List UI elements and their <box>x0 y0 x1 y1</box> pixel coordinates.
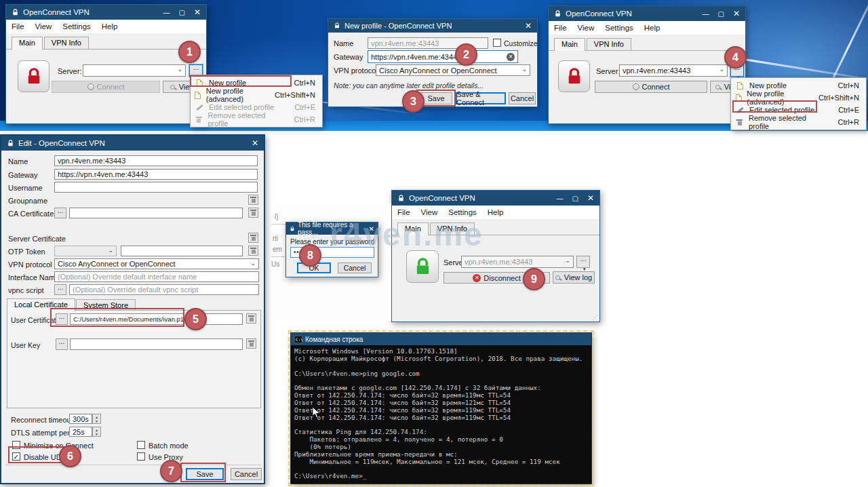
cancel-button[interactable]: Cancel <box>509 92 536 104</box>
background-line-fragment <box>271 256 285 257</box>
use-proxy-checkbox[interactable] <box>137 452 145 461</box>
menu-settings[interactable]: Settings <box>599 24 639 32</box>
menu-view[interactable]: View <box>416 208 443 216</box>
maximize-button[interactable]: ▢ <box>717 10 724 18</box>
tab-local-certificate[interactable]: Local Certificate <box>7 298 75 311</box>
gateway-field[interactable]: https://vpn.r4ven.me:43443 ✕ <box>368 50 518 63</box>
clear-server-cert-button[interactable] <box>248 233 258 243</box>
step-badge-6: 6 <box>59 445 81 467</box>
clear-otp-button[interactable] <box>248 246 258 256</box>
user-cert-password-field[interactable] <box>205 313 243 325</box>
trash-icon <box>251 197 256 203</box>
interface-name-field[interactable]: (Optional) Override default interface na… <box>54 271 259 282</box>
protocol-combobox[interactable]: Cisco AnyConnect or OpenConnect <box>376 64 530 76</box>
menu-view[interactable]: View <box>572 24 600 32</box>
otp-type-combobox[interactable] <box>54 246 117 256</box>
tab-vpn-info[interactable]: VPN Info <box>44 37 89 50</box>
clear-field-icon[interactable]: ✕ <box>507 53 515 61</box>
menu-settings[interactable]: Settings <box>443 208 482 216</box>
protocol-combobox[interactable]: Cisco AnyConnect or OpenConnect <box>54 258 259 269</box>
menu-item-new-profile-advanced[interactable]: New profile (advanced) Ctrl+Shift+N <box>191 89 322 101</box>
clear-user-key-button[interactable] <box>246 338 256 349</box>
view-log-button[interactable]: View log <box>553 271 595 284</box>
vpnc-script-field[interactable]: (Optional) Override default vpnc script <box>69 284 259 295</box>
resize-grip[interactable]: ⋰ <box>592 315 597 321</box>
browse-ca-cert-button[interactable]: ... <box>54 208 66 218</box>
save-button[interactable]: Save <box>186 468 224 480</box>
ca-certificate-field[interactable] <box>69 208 243 218</box>
menu-item-new-profile-advanced[interactable]: New profile (advanced) Ctrl+Shift+N <box>731 92 866 104</box>
customize-checkbox[interactable] <box>493 39 501 47</box>
dtls-period-field[interactable]: 25s <box>69 427 92 437</box>
save-and-connect-button[interactable]: Save & Connect <box>456 92 506 104</box>
menu-view[interactable]: View <box>30 22 58 31</box>
menu-shortcut: Ctrl+N <box>823 81 859 90</box>
minimize-on-connect-checkbox[interactable] <box>12 441 20 449</box>
gateway-field[interactable]: https://vpn.r4ven.me:43443 <box>54 169 258 180</box>
batch-mode-checkbox[interactable] <box>137 441 145 449</box>
menu-help[interactable]: Help <box>96 22 123 31</box>
profile-context-menu-2: New profile Ctrl+N New profile (advanced… <box>730 77 867 130</box>
minimize-button[interactable]: — <box>702 10 709 18</box>
server-combobox[interactable]: vpn.r4ven.me:43443 <box>461 256 574 268</box>
cancel-button[interactable]: Cancel <box>338 262 372 273</box>
tab-main[interactable]: Main <box>12 37 43 50</box>
close-button[interactable]: ✕ <box>587 193 594 203</box>
menu-help[interactable]: Help <box>639 24 666 32</box>
otp-token-field[interactable] <box>121 246 243 256</box>
trash-icon <box>249 315 254 322</box>
menu-file[interactable]: File <box>549 24 572 32</box>
minimize-button[interactable]: — <box>163 9 170 16</box>
menu-item-remove-profile[interactable]: Remove selected profile Ctrl+R <box>191 113 322 125</box>
save-button[interactable]: Save <box>420 92 452 104</box>
clear-groupname-button[interactable] <box>248 195 258 205</box>
name-field[interactable]: vpn.r4ven.me:43443 <box>54 155 258 166</box>
tab-vpn-info[interactable]: VPN Info <box>430 222 475 235</box>
menu-file[interactable]: File <box>6 22 30 31</box>
disconnect-label: Disconnect <box>484 274 520 282</box>
connect-button[interactable]: Connect <box>52 81 160 93</box>
username-label: Username <box>8 184 43 192</box>
clear-ca-cert-button[interactable] <box>248 208 258 218</box>
menu-file[interactable]: File <box>392 208 416 216</box>
terminal-line: (c) Корпорация Майкрософт (Microsoft Cor… <box>294 355 588 363</box>
window-title: Edit - OpenConnect VPN <box>18 139 105 147</box>
interface-name-label: Interface Name <box>8 273 59 281</box>
server-combobox[interactable]: vpn.r4ven.me:43443 <box>619 64 728 77</box>
user-key-field[interactable] <box>70 338 243 350</box>
maximize-button[interactable]: ▢ <box>178 9 184 16</box>
clear-user-cert-button[interactable] <box>246 313 256 324</box>
dtls-spinner[interactable]: ▲▼ <box>92 427 101 437</box>
terminal-output[interactable]: Microsoft Windows [Version 10.0.17763.15… <box>291 345 591 484</box>
close-button[interactable]: ✕ <box>525 21 532 31</box>
close-button[interactable]: ✕ <box>252 138 258 148</box>
tab-main[interactable]: Main <box>554 38 585 51</box>
tab-main[interactable]: Main <box>397 222 429 235</box>
cancel-button[interactable]: Cancel <box>231 468 262 480</box>
reconnect-spinner[interactable]: ▲▼ <box>92 414 101 424</box>
vpn-status-tile <box>406 250 439 283</box>
close-button[interactable]: ✕ <box>194 7 201 17</box>
close-button[interactable]: ✕ <box>369 225 374 233</box>
server-combobox[interactable] <box>83 64 186 77</box>
trash-icon <box>251 235 256 241</box>
browse-vpnc-button[interactable]: ... <box>54 284 66 295</box>
close-button[interactable]: ✕ <box>733 9 740 18</box>
reconnect-timeout-field[interactable]: 300s <box>69 414 92 424</box>
browse-user-key-button[interactable]: ... <box>56 338 68 350</box>
titlebar: This file requires a pass... ✕ <box>286 222 378 235</box>
disable-udp-checkbox[interactable]: ✓ <box>12 452 20 461</box>
view-log-label: View log <box>564 273 592 281</box>
menu-settings[interactable]: Settings <box>57 22 96 31</box>
minimize-button[interactable]: — <box>556 195 563 202</box>
tab-vpn-info[interactable]: VPN Info <box>587 38 631 51</box>
menu-item-remove-profile[interactable]: Remove selected profile Ctrl+R <box>731 116 866 128</box>
maximize-button[interactable]: ▢ <box>572 195 578 202</box>
menu-help[interactable]: Help <box>482 208 509 216</box>
dots-label: ... <box>58 285 63 290</box>
username-field[interactable] <box>54 182 258 193</box>
browse-user-cert-button[interactable]: ... <box>56 313 68 325</box>
edit-pencil-icon <box>195 106 204 109</box>
user-certificate-field[interactable]: C:/Users/r4ven.me/Documents/ivan.p12 <box>70 313 184 325</box>
connect-button[interactable]: Connect <box>595 81 707 93</box>
